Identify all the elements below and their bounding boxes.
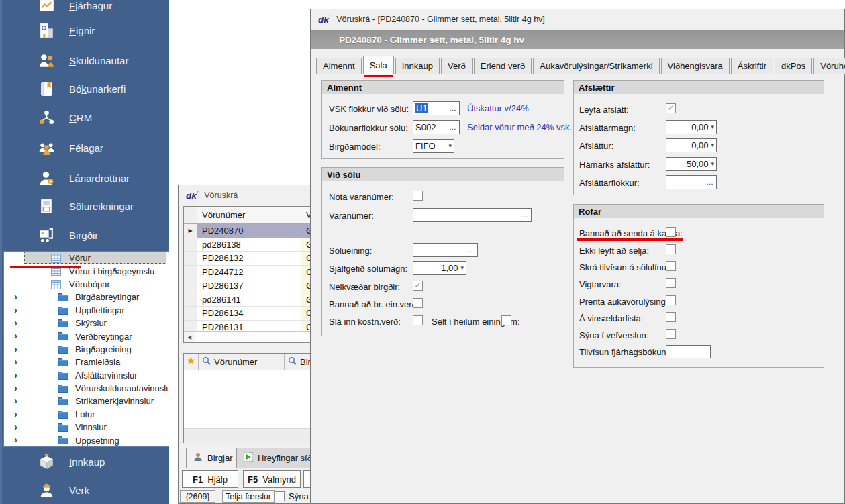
product-number-cell[interactable]: PD244712 [197, 266, 301, 279]
tab-sala[interactable]: Sala [363, 56, 394, 74]
sidebar-item-crm[interactable]: CRM [2, 103, 169, 132]
browse-button[interactable]: … [449, 105, 459, 112]
chevron-right-icon[interactable]: › [14, 344, 17, 354]
chevron-right-icon[interactable]: › [14, 356, 17, 366]
afslattur-value[interactable]: 0,00 [666, 140, 711, 150]
scroll-left-button[interactable]: ◀ [184, 332, 195, 342]
product-number-cell[interactable]: PD240870 [197, 224, 301, 238]
submenu-item-framleidsla[interactable]: › Framleiðsla [4, 356, 169, 368]
tab-erlend-verd[interactable]: Erlend verð [474, 58, 532, 74]
product-number-cell[interactable]: PD286134 [197, 307, 301, 320]
bokunar-value[interactable]: S002 [413, 122, 436, 132]
submenu-item-birgdabreytingar[interactable]: › Birgðabreytingar [4, 291, 169, 303]
submenu-item-voruhopar[interactable]: Vöruhópar [4, 278, 169, 291]
bokunar-field[interactable]: S002 … [413, 120, 460, 134]
count-records-button[interactable]: Telja færslur [222, 490, 275, 503]
selt-heilum-checkbox[interactable]: ✓ [501, 315, 511, 325]
chevron-down-icon[interactable]: ▾ [711, 124, 716, 130]
product-number-cell[interactable]: pd286138 [197, 238, 301, 252]
chevron-down-icon[interactable]: ▾ [448, 143, 454, 149]
hamarks-value[interactable]: 50,00 [666, 159, 711, 169]
syna-vefverslun-checkbox[interactable]: ✓ [666, 329, 676, 339]
tab-voruhopar[interactable]: Vöruhópar [813, 58, 845, 74]
sidebar-item-eignir[interactable]: Eignir [2, 15, 169, 45]
afslattarflokkur-field[interactable]: … [666, 175, 717, 189]
solueining-field[interactable]: … [413, 243, 478, 257]
sidebar-item-solureikningar[interactable]: Sölureikningar [2, 191, 169, 221]
tab-askriftir[interactable]: Áskriftir [731, 58, 773, 74]
submenu-item-afslattarvinnslur[interactable]: › Afsláttarvinnslur [4, 369, 169, 382]
tab-almennt[interactable]: Almennt [316, 58, 362, 74]
afslattarmagn-spinner[interactable]: 0,00 ▾ [666, 120, 717, 134]
product-number-cell[interactable]: pd286141 [197, 293, 301, 307]
vinsaeldar-checkbox[interactable]: ✓ [666, 312, 676, 322]
tab-verd[interactable]: Verð [441, 58, 473, 74]
tab-vidhengisvara[interactable]: Viðhengisvara [661, 58, 730, 74]
chevron-right-icon[interactable]: › [14, 409, 17, 419]
afslattur-spinner[interactable]: 0,00 ▾ [666, 138, 717, 152]
chevron-right-icon[interactable]: › [14, 421, 17, 432]
submenu-item-strikamerkjavinnslur[interactable]: › Strikamerkjavinnslur [4, 395, 169, 407]
sjalfgefid-value[interactable]: 1,00 [413, 263, 460, 273]
browse-button[interactable]: … [467, 246, 477, 254]
hamarks-spinner[interactable]: 50,00 ▾ [666, 157, 717, 171]
show-checkbox[interactable]: ✓ [275, 491, 285, 501]
vsk-field[interactable]: U1 … [413, 101, 460, 115]
submenu-item-uppflettingar[interactable]: › Uppflettingar [4, 304, 169, 317]
search-column-vorunumer[interactable]: Vörunúmer [199, 354, 285, 370]
submenu-item-uppsetning[interactable]: › Uppsetning [4, 434, 169, 446]
chevron-right-icon[interactable]: › [14, 434, 17, 444]
submenu-item-lotur[interactable]: › Lotur [4, 408, 169, 421]
bannad-br-checkbox[interactable]: ✓ [413, 298, 423, 308]
browse-button[interactable]: … [449, 123, 459, 131]
submenu-item-skyrslur[interactable]: › Skýrslur [4, 317, 169, 330]
sidebar-item-felagar[interactable]: Félagar [2, 133, 169, 162]
ekki-leyft-checkbox[interactable]: ✓ [666, 244, 676, 254]
tab-dkpos[interactable]: dkPos [775, 58, 812, 74]
sidebar-item-birgdir[interactable]: Birgðir [2, 220, 169, 250]
chevron-down-icon[interactable]: ▾ [711, 161, 716, 167]
product-number-cell[interactable]: PD286132 [197, 252, 301, 265]
leyfa-checkbox[interactable]: ✓ [666, 103, 676, 113]
sidebar-item-verk[interactable]: Verk [2, 475, 169, 504]
chevron-right-icon[interactable]: › [14, 330, 17, 340]
chevron-right-icon[interactable]: › [14, 383, 17, 393]
vsk-value[interactable]: U1 [415, 103, 428, 113]
help-button[interactable]: F1 Hjálp [182, 470, 238, 488]
nota-varanumer-checkbox[interactable]: ✓ [413, 191, 423, 201]
sjalfgefid-spinner[interactable]: 1,00 ▾ [413, 261, 466, 275]
browse-button[interactable]: … [521, 211, 531, 219]
submenu-item-birgdagreining[interactable]: › Birgðagreining [4, 343, 169, 356]
submenu-item-vorur[interactable]: Vörur [4, 252, 169, 264]
bottom-tab-birgjar[interactable]: Birgjar [186, 448, 234, 468]
afslattarmagn-value[interactable]: 0,00 [666, 122, 711, 132]
detail-window-titlebar[interactable]: dk Vöruskrá - [PD240870 - Glimmer sett, … [311, 9, 844, 29]
submenu-item-verdbreytingar[interactable]: › Verðbreytingar [4, 330, 169, 342]
menu-button[interactable]: F5 Valmynd [243, 470, 301, 488]
vigtarvara-checkbox[interactable]: ✓ [666, 278, 676, 288]
bannad-kassa-checkbox[interactable]: ✓ [666, 227, 676, 237]
tilvisun-field[interactable] [666, 345, 711, 358]
filter-cell[interactable] [184, 354, 199, 370]
chevron-right-icon[interactable]: › [14, 370, 17, 380]
varanumer-field[interactable]: … [413, 208, 532, 222]
chevron-right-icon[interactable]: › [14, 305, 17, 315]
column-header-vorunumer[interactable]: Vörunúmer [197, 207, 301, 223]
chevron-down-icon[interactable]: ▾ [460, 265, 466, 271]
tab-aukavorulysingar[interactable]: Aukavörulýsingar/Strikamerki [533, 58, 659, 74]
birgdamodel-select[interactable]: FIFO ▾ [413, 139, 454, 153]
submenu-item-voruskuldunautavinnslur[interactable]: › Vörurskuldunautavinnslur [4, 382, 169, 395]
sidebar-item-bokunarkerfi[interactable]: Bókunarkerfi [2, 74, 169, 103]
browse-button[interactable]: … [706, 179, 716, 186]
chevron-right-icon[interactable]: › [14, 291, 17, 301]
skra-tilvisun-checkbox[interactable]: ✓ [666, 261, 676, 271]
prenta-checkbox[interactable]: ✓ [666, 295, 676, 305]
tab-innkaup[interactable]: Innkaup [395, 58, 440, 74]
sidebar-item-innkaup[interactable]: Innkaup [2, 447, 169, 476]
submenu-item-vinnslur[interactable]: › Vinnslur [4, 421, 169, 434]
sidebar-item-skuldunautar[interactable]: Skuldunautar [2, 46, 169, 75]
neikvaedar-checkbox[interactable]: ✓ [413, 281, 423, 291]
chevron-down-icon[interactable]: ▾ [711, 142, 716, 148]
sidebar-item-lanardrottnar[interactable]: Lánardrottnar [2, 163, 169, 193]
chevron-right-icon[interactable]: › [14, 395, 17, 405]
